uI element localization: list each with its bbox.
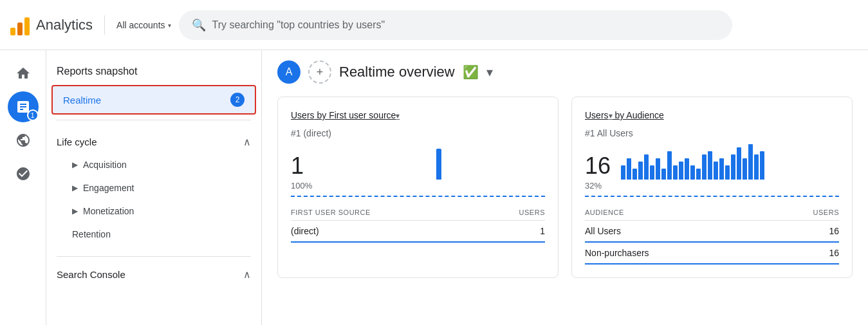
- search-placeholder: Try searching "top countries by users": [212, 19, 385, 31]
- nav-reports-button[interactable]: 1: [8, 91, 39, 122]
- card1-dropdown-icon[interactable]: ▾: [396, 111, 400, 120]
- lifecycle-chevron-icon: ∧: [243, 136, 251, 148]
- card1-col2-label: USERS: [519, 209, 545, 216]
- card1-header: Users by First user source▾: [291, 110, 545, 120]
- card1-mini-chart: [314, 141, 545, 180]
- card2-row1-label: All Users: [585, 226, 621, 236]
- card2-header-rest: by Audience: [613, 110, 664, 120]
- sidebar-item-monetization[interactable]: ▶ Monetization: [57, 200, 251, 223]
- page-title: Realtime overview: [339, 64, 455, 80]
- sidebar-item-acquisition[interactable]: ▶ Acquisition: [57, 153, 251, 176]
- sidebar-divider: [57, 120, 251, 120]
- card1-percent: 100%: [291, 181, 545, 190]
- card2-value-row: 16: [585, 141, 839, 180]
- sidebar-item-retention[interactable]: Retention: [57, 223, 251, 246]
- realtime-badge: 2: [230, 93, 245, 107]
- card2-value: 16: [585, 153, 611, 180]
- divider: [104, 15, 105, 35]
- add-comparison-button[interactable]: +: [308, 60, 331, 84]
- card2-table-row-2: Non-purchasers 16: [585, 243, 839, 265]
- card1-header-underline[interactable]: Users: [291, 110, 315, 120]
- card2-table-row-1: All Users 16: [585, 221, 839, 243]
- sidebar-item-realtime[interactable]: Realtime 2: [51, 85, 256, 115]
- analytics-logo: [10, 15, 30, 35]
- card1-dashed-line: [291, 196, 545, 197]
- card2-rank: #1 All Users: [585, 128, 839, 138]
- all-accounts-dropdown[interactable]: All accounts ▾: [116, 20, 171, 30]
- card2-col1-label: AUDIENCE: [585, 209, 624, 216]
- reports-snapshot-title: Reports snapshot: [46, 60, 261, 85]
- search-console-chevron-icon: ∧: [243, 268, 251, 281]
- topbar: Analytics All accounts ▾ 🔍 Try searching…: [0, 0, 868, 50]
- card2-row2-label: Non-purchasers: [585, 248, 649, 258]
- card1-value: 1: [291, 153, 304, 180]
- search-icon: 🔍: [192, 18, 206, 32]
- cards-row: Users by First user source▾ #1 (direct) …: [277, 97, 853, 278]
- nav-home-button[interactable]: [8, 58, 39, 89]
- sidebar-divider-2: [57, 256, 251, 257]
- card1-table-row: (direct) 1: [291, 221, 545, 243]
- card2-table-header: AUDIENCE USERS: [585, 205, 839, 221]
- search-bar[interactable]: 🔍 Try searching "top countries by users": [179, 10, 732, 40]
- sidebar: Reports snapshot Realtime 2 Life cycle ∧…: [46, 50, 262, 325]
- search-console-title: Search Console: [57, 269, 125, 280]
- content-header: A + Realtime overview ✅ ▾: [277, 60, 853, 84]
- lifecycle-title: Life cycle: [57, 136, 97, 147]
- nav-badge: 1: [27, 109, 39, 121]
- card1-table-header: FIRST USER SOURCE USERS: [291, 205, 545, 221]
- nav-advertising-button[interactable]: [8, 158, 39, 189]
- content-area: A + Realtime overview ✅ ▾ Users by First…: [262, 50, 868, 325]
- lifecycle-header[interactable]: Life cycle ∧: [57, 131, 251, 153]
- verified-icon: ✅: [463, 64, 479, 80]
- card2-row1-value: 16: [829, 226, 839, 236]
- logo-area: Analytics All accounts ▾: [10, 15, 171, 35]
- card1-row1-label: (direct): [291, 226, 319, 236]
- card2-dashed-line: [585, 196, 839, 197]
- card-first-user-source: Users by First user source▾ #1 (direct) …: [277, 97, 559, 278]
- acquisition-arrow-icon: ▶: [72, 160, 78, 169]
- avatar[interactable]: A: [277, 60, 300, 84]
- engagement-label: Engagement: [83, 183, 134, 193]
- monetization-label: Monetization: [83, 206, 134, 216]
- lifecycle-section: Life cycle ∧ ▶ Acquisition ▶ Engagement …: [46, 125, 261, 251]
- card2-col2-label: USERS: [813, 209, 839, 216]
- search-console-header[interactable]: Search Console ∧: [46, 262, 261, 287]
- card-audience: Users▾ by Audience #1 All Users 16 32% A…: [571, 97, 853, 278]
- left-nav: 1: [0, 50, 46, 325]
- card2-percent: 32%: [585, 181, 839, 190]
- realtime-label: Realtime: [63, 95, 101, 106]
- app-title: Analytics: [36, 17, 93, 33]
- dropdown-arrow-icon: ▾: [168, 22, 171, 29]
- engagement-arrow-icon: ▶: [72, 183, 78, 192]
- main-layout: 1 Reports snapshot Realtime 2 Life cycle…: [0, 50, 868, 325]
- card1-header-rest: by First user source: [315, 110, 396, 120]
- retention-label: Retention: [72, 229, 111, 239]
- acquisition-label: Acquisition: [83, 160, 127, 170]
- title-dropdown-icon[interactable]: ▾: [486, 64, 493, 80]
- monetization-arrow-icon: ▶: [72, 207, 78, 216]
- card1-rank: #1 (direct): [291, 128, 545, 138]
- card2-row2-value: 16: [829, 248, 839, 258]
- card2-mini-chart: [621, 141, 839, 180]
- sidebar-item-engagement[interactable]: ▶ Engagement: [57, 176, 251, 200]
- card2-header: Users▾ by Audience: [585, 110, 839, 120]
- all-accounts-label: All accounts: [116, 20, 165, 30]
- card1-value-row: 1: [291, 141, 545, 180]
- card2-header-underline[interactable]: Users: [585, 110, 609, 120]
- nav-explore-button[interactable]: [8, 125, 39, 156]
- card1-row1-value: 1: [540, 226, 545, 236]
- card1-col1-label: FIRST USER SOURCE: [291, 209, 371, 216]
